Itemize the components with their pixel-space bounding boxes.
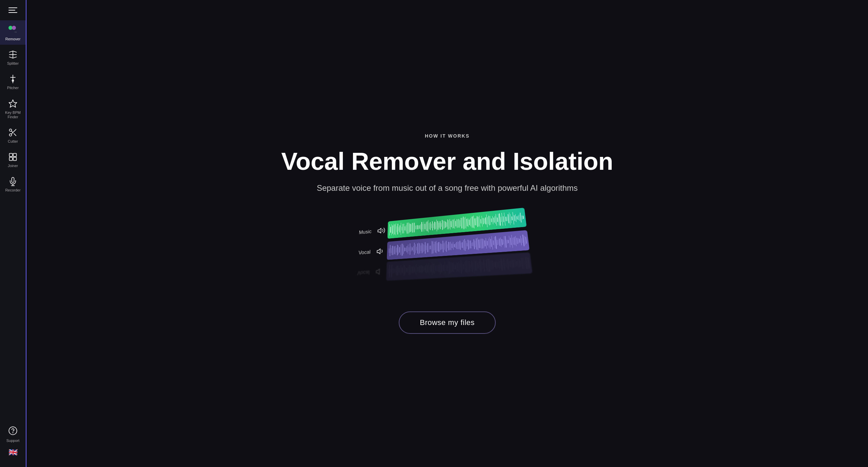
remover-icon: → (8, 25, 18, 35)
joiner-icon (8, 152, 18, 162)
sidebar-item-keybpm[interactable]: Key BPM Finder (0, 94, 26, 123)
vocal-track-label: Vocal (352, 248, 375, 256)
sidebar-item-label-pitcher: Pitcher (7, 86, 19, 90)
sidebar-item-splitter[interactable]: Splitter (0, 45, 26, 69)
svg-point-17 (9, 427, 17, 434)
sidebar-item-label-joiner: Joiner (8, 164, 18, 168)
vocal-volume-reflection (374, 265, 385, 278)
audio-tracks: Music Vocal (349, 205, 567, 296)
vocal-label-reflection: Vocal (351, 268, 374, 276)
sidebar-item-label-remover: Remover (5, 37, 21, 41)
sidebar-nav: → Remover Splitter (0, 19, 26, 422)
sidebar-item-label-recorder: Recorder (5, 188, 20, 192)
cutter-icon (8, 127, 18, 138)
sidebar-item-pitcher[interactable]: Pitcher (0, 69, 26, 94)
sidebar-item-recorder[interactable]: Recorder (0, 171, 26, 196)
pitcher-icon (8, 74, 18, 84)
language-selector[interactable]: 🇬🇧 (8, 448, 18, 460)
svg-rect-14 (13, 157, 16, 160)
svg-marker-5 (9, 100, 17, 107)
sidebar-item-cutter[interactable]: Cutter (0, 123, 26, 147)
keybpm-icon (8, 99, 18, 109)
svg-marker-21 (376, 269, 379, 274)
vocal-volume-control[interactable] (375, 245, 386, 257)
svg-rect-13 (9, 157, 13, 160)
sidebar-item-label-splitter: Splitter (7, 61, 19, 66)
sidebar: → Remover Splitter (0, 0, 26, 467)
splitter-icon (8, 49, 18, 60)
svg-line-10 (11, 131, 13, 133)
hamburger-icon (8, 7, 17, 13)
sidebar-item-label-cutter: Cutter (8, 139, 18, 144)
svg-rect-11 (9, 154, 13, 157)
recorder-icon (8, 176, 18, 186)
svg-marker-19 (378, 228, 381, 233)
audio-visualization: Music Vocal (342, 213, 552, 291)
how-it-works-label: HOW IT WORKS (425, 133, 470, 139)
svg-rect-12 (13, 154, 16, 157)
main-content: HOW IT WORKS Vocal Remover and Isolation… (26, 0, 868, 467)
sidebar-item-joiner[interactable]: Joiner (0, 147, 26, 171)
sidebar-bottom: Support 🇬🇧 (0, 422, 26, 467)
music-track-label: Music (353, 228, 376, 236)
svg-line-9 (14, 134, 16, 136)
svg-marker-20 (377, 249, 380, 254)
music-volume-control[interactable] (376, 225, 387, 236)
sidebar-item-label-keybpm: Key BPM Finder (5, 110, 21, 119)
browse-files-button[interactable]: Browse my files (399, 311, 496, 334)
page-title: Vocal Remover and Isolation (281, 148, 613, 175)
page-subtitle: Separate voice from music out of a song … (317, 183, 578, 193)
support-label: Support (6, 439, 20, 443)
sidebar-item-support[interactable]: Support (0, 422, 26, 445)
sidebar-item-remover[interactable]: → Remover (0, 20, 26, 45)
support-icon (8, 426, 18, 437)
hamburger-menu[interactable] (0, 0, 26, 19)
